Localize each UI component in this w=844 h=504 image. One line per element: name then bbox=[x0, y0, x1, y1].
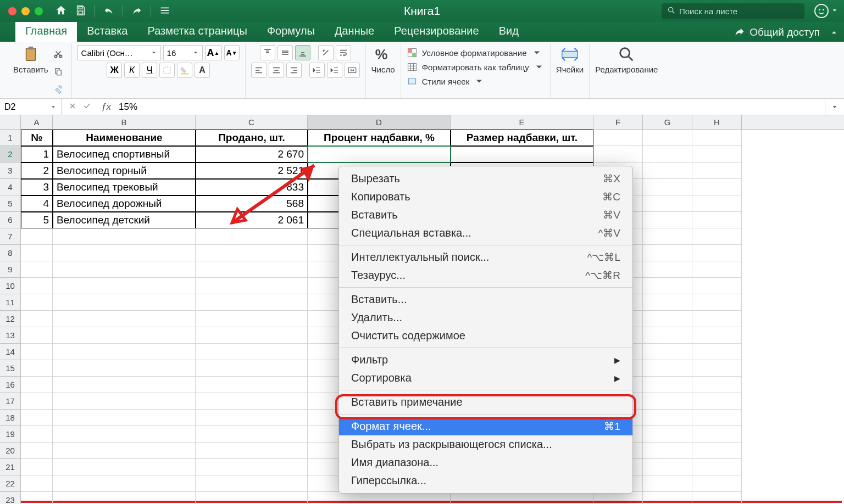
titlebar-chevron-icon[interactable] bbox=[831, 7, 839, 16]
format-as-table-button[interactable]: Форматировать как таблицу bbox=[407, 61, 545, 72]
cell-C4[interactable]: 833 bbox=[196, 179, 308, 195]
sheet-search[interactable] bbox=[662, 3, 804, 19]
cell-C6[interactable]: 2 061 bbox=[196, 212, 308, 228]
cell-A4[interactable]: 3 bbox=[21, 179, 53, 195]
fx-label[interactable]: ƒx bbox=[98, 102, 114, 113]
tab-page-layout[interactable]: Разметка страницы bbox=[137, 21, 257, 42]
cells-button[interactable]: Ячейки bbox=[556, 45, 584, 74]
tab-data[interactable]: Данные bbox=[325, 21, 384, 42]
cell-D1[interactable]: Процент надбавки, % bbox=[308, 130, 451, 146]
ctx-insert-comment[interactable]: Вставить примечание bbox=[339, 393, 632, 411]
qat-customize-icon[interactable] bbox=[159, 4, 171, 18]
maximize-window-button[interactable] bbox=[35, 7, 43, 15]
row-2[interactable]: 2 bbox=[0, 146, 21, 163]
cell-A1[interactable]: № bbox=[21, 130, 53, 146]
cancel-formula-icon[interactable] bbox=[68, 102, 77, 112]
orientation-icon[interactable] bbox=[318, 45, 334, 60]
col-H[interactable]: H bbox=[692, 115, 742, 129]
cell-C2[interactable]: 2 670 bbox=[196, 146, 308, 163]
collapse-ribbon-icon[interactable] bbox=[830, 28, 839, 42]
increase-indent-icon[interactable] bbox=[327, 63, 342, 78]
formula-input[interactable] bbox=[114, 102, 825, 113]
minimize-window-button[interactable] bbox=[21, 7, 30, 15]
row-1[interactable]: 1 bbox=[0, 130, 21, 146]
decrease-indent-icon[interactable] bbox=[309, 63, 325, 78]
ctx-insert[interactable]: Вставить... bbox=[339, 290, 632, 309]
row-5[interactable]: 5 bbox=[0, 195, 21, 212]
align-right-icon[interactable] bbox=[286, 63, 302, 78]
save-icon[interactable] bbox=[75, 4, 87, 18]
borders-icon[interactable] bbox=[159, 63, 175, 78]
tab-insert[interactable]: Вставка bbox=[77, 21, 137, 42]
ctx-hyperlink[interactable]: Гиперссылка... bbox=[339, 472, 632, 490]
cell-C3[interactable]: 2 521 bbox=[196, 163, 308, 179]
cell-A2[interactable]: 1 bbox=[21, 146, 53, 163]
tab-formulas[interactable]: Формулы bbox=[257, 21, 325, 42]
paste-button[interactable]: Вставить bbox=[13, 45, 48, 97]
ctx-paste[interactable]: Вставить⌘V bbox=[339, 206, 632, 224]
cell-F1[interactable] bbox=[593, 130, 643, 146]
underline-button[interactable]: Ч bbox=[142, 63, 157, 78]
cell-H1[interactable] bbox=[692, 130, 742, 146]
cell-B6[interactable]: Велосипед детский bbox=[53, 212, 196, 228]
accept-formula-icon[interactable] bbox=[82, 102, 91, 112]
share-button[interactable]: Общий доступ bbox=[734, 26, 820, 42]
cell-B5[interactable]: Велосипед дорожный bbox=[53, 195, 196, 212]
number-format-button[interactable]: % Число bbox=[371, 45, 395, 74]
redo-icon[interactable] bbox=[131, 4, 143, 18]
cell-D2[interactable] bbox=[308, 146, 451, 163]
ctx-pick-from-dropdown[interactable]: Выбрать из раскрывающегося списка... bbox=[339, 435, 632, 453]
ctx-cut[interactable]: Вырезать⌘X bbox=[339, 170, 632, 188]
cut-icon[interactable] bbox=[51, 46, 66, 61]
ctx-define-name[interactable]: Имя диапазона... bbox=[339, 453, 632, 472]
col-G[interactable]: G bbox=[643, 115, 692, 129]
decrease-font-icon[interactable]: A▼ bbox=[224, 45, 240, 60]
cell-E1[interactable]: Размер надбавки, шт. bbox=[451, 130, 593, 146]
ctx-paste-special[interactable]: Специальная вставка...^⌘V bbox=[339, 224, 632, 242]
col-A[interactable]: A bbox=[21, 115, 53, 129]
cell-A5[interactable]: 4 bbox=[21, 195, 53, 212]
col-D[interactable]: D bbox=[308, 115, 451, 129]
fill-color-icon[interactable] bbox=[177, 63, 192, 78]
cell-C5[interactable]: 568 bbox=[196, 195, 308, 212]
row-4[interactable]: 4 bbox=[0, 179, 21, 195]
ctx-format-cells[interactable]: Формат ячеек...⌘1 bbox=[339, 417, 632, 435]
name-box[interactable]: D2 bbox=[0, 99, 62, 115]
ctx-filter[interactable]: Фильтр▶ bbox=[339, 351, 632, 369]
cell-B4[interactable]: Велосипед трековый bbox=[53, 179, 196, 195]
format-painter-icon[interactable] bbox=[51, 81, 66, 97]
tab-view[interactable]: Вид bbox=[489, 21, 529, 42]
row-6[interactable]: 6 bbox=[0, 212, 21, 228]
align-left-icon[interactable] bbox=[251, 63, 266, 78]
col-B[interactable]: B bbox=[53, 115, 196, 129]
cell-B1[interactable]: Наименование bbox=[53, 130, 196, 146]
wrap-text-icon[interactable] bbox=[336, 45, 351, 60]
font-name-select[interactable]: Calibri (Осн… bbox=[77, 45, 161, 60]
select-all-corner[interactable] bbox=[0, 115, 21, 130]
cell-A6[interactable]: 5 bbox=[21, 212, 53, 228]
align-center-icon[interactable] bbox=[269, 63, 284, 78]
cell-styles-button[interactable]: Стили ячеек bbox=[407, 76, 545, 87]
col-E[interactable]: E bbox=[451, 115, 593, 129]
cell-B3[interactable]: Велосипед горный bbox=[53, 163, 196, 179]
ctx-clear[interactable]: Очистить содержимое bbox=[339, 327, 632, 345]
search-input[interactable] bbox=[679, 7, 799, 16]
align-top-icon[interactable] bbox=[260, 45, 275, 60]
font-size-select[interactable]: 16 bbox=[163, 45, 203, 60]
col-C[interactable]: C bbox=[196, 115, 308, 129]
undo-icon[interactable] bbox=[103, 4, 115, 18]
tab-home[interactable]: Главная bbox=[15, 21, 77, 42]
cell-B2[interactable]: Велосипед спортивный bbox=[53, 146, 196, 163]
merge-cells-icon[interactable] bbox=[345, 63, 360, 78]
font-color-icon[interactable]: A bbox=[195, 63, 210, 78]
feedback-icon[interactable] bbox=[814, 4, 829, 18]
home-icon[interactable] bbox=[55, 4, 67, 18]
expand-formula-bar-icon[interactable] bbox=[825, 99, 844, 115]
italic-button[interactable]: К bbox=[124, 63, 140, 78]
row-3[interactable]: 3 bbox=[0, 163, 21, 179]
tab-review[interactable]: Рецензирование bbox=[384, 21, 488, 42]
align-middle-icon[interactable] bbox=[277, 45, 293, 60]
cell-C1[interactable]: Продано, шт. bbox=[196, 130, 308, 146]
ctx-thesaurus[interactable]: Тезаурус...^⌥⌘R bbox=[339, 266, 632, 284]
increase-font-icon[interactable]: A▲ bbox=[205, 45, 222, 60]
